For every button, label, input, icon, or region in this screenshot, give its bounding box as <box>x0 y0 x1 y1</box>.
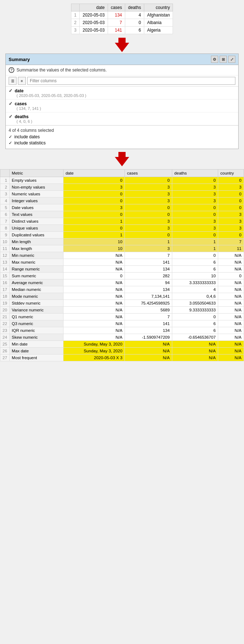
cell-date: 0 <box>63 177 125 184</box>
cell-country: N/A <box>218 279 244 286</box>
cell-deaths: 4 <box>125 11 144 19</box>
footer-checkbox-item[interactable]: ✓ include statistics <box>9 140 235 145</box>
cell-cases: 94 <box>125 279 172 286</box>
cell-deaths: N/A <box>172 341 218 348</box>
cell-cases: 141 <box>125 259 172 266</box>
table-row: 17 Median numeric N/A 134 4 N/A <box>0 286 244 293</box>
metric-cell: Range numeric <box>9 266 63 273</box>
column-label: cases <box>15 101 27 106</box>
metric-cell: Q3 numeric <box>9 320 63 327</box>
cell-deaths: 4 <box>172 286 218 293</box>
cell-date: 10 <box>63 238 125 245</box>
cell-country: 0 <box>218 198 244 204</box>
table-row: 14 Range numeric N/A 134 6 N/A <box>0 266 244 273</box>
row-num: 26 <box>0 348 10 355</box>
cell-date: 0 <box>63 225 125 232</box>
footer-checkbox-item[interactable]: ✓ include dates <box>9 134 235 139</box>
result-col-header-country: country <box>218 170 244 177</box>
summary-columns-list: ✓ date ( 2020-05-03, 2020-05-03, 2020-05… <box>6 87 238 126</box>
row-num: 9 <box>0 232 10 238</box>
cell-date: N/A <box>63 314 125 320</box>
cell-deaths: 3 <box>172 198 218 204</box>
metric-cell: Non-empty values <box>9 184 63 191</box>
table-row: 19 Stddev numeric N/A 75.4254598925 3.05… <box>0 300 244 307</box>
cell-date: N/A <box>63 293 125 300</box>
cell-cases: 3 <box>125 225 172 232</box>
cell-country: N/A <box>218 286 244 293</box>
row-num: 2 <box>71 19 80 27</box>
table-row: 3 2020-05-03 141 6 Algeria <box>71 27 173 34</box>
row-num: 15 <box>0 273 10 279</box>
cell-deaths: N/A <box>172 355 218 361</box>
row-num: 23 <box>0 327 10 334</box>
table-row: 25 Min date Sunday, May 3, 2020 N/A N/A … <box>0 341 244 348</box>
cell-deaths: 0 <box>172 252 218 259</box>
row-num: 19 <box>0 300 10 307</box>
metric-cell: Stddev numeric <box>9 300 63 307</box>
deselect-btn[interactable]: ≡ <box>18 77 26 85</box>
info-icon: ? <box>9 67 14 73</box>
cell-country: 3 <box>218 211 244 218</box>
filter-columns-input[interactable] <box>27 77 235 85</box>
summary-description: ? Summarise the values of the selected c… <box>6 65 238 75</box>
cell-cases: 75.4254598925 <box>125 300 172 307</box>
cell-country: 0 <box>218 177 244 184</box>
check-icon: ✓ <box>9 140 12 145</box>
cell-deaths: 3 <box>172 184 218 191</box>
table-row: 5 Date values 3 0 0 0 <box>0 204 244 211</box>
metric-cell: Most frequent <box>9 355 63 361</box>
cell-cases: 3 <box>125 184 172 191</box>
cell-date: Sunday, May 3, 2020 <box>63 341 125 348</box>
summary-toolbar: ☰ ≡ <box>6 75 238 87</box>
expand-icon[interactable]: ⤢ <box>228 56 235 63</box>
column-name: ✓ cases <box>9 101 235 106</box>
cell-cases: 7 <box>108 19 125 27</box>
cell-deaths: 1 <box>172 238 218 245</box>
table-row: 11 Max length 10 3 1 11 <box>0 245 244 252</box>
table-row: 26 Max date Sunday, May 3, 2020 N/A N/A … <box>0 348 244 355</box>
row-num: 4 <box>0 198 10 204</box>
col-header-rownum <box>71 4 80 11</box>
list-item[interactable]: ✓ cases ( 134, 7, 141 ) <box>6 99 238 112</box>
metric-cell: Median numeric <box>9 286 63 293</box>
list-item[interactable]: ✓ deaths ( 4, 0, 6 ) <box>6 112 238 125</box>
cell-country: 3 <box>218 225 244 232</box>
cell-date: N/A <box>63 334 125 341</box>
results-table-container: Metric date cases deaths country 1 Empty… <box>0 169 244 361</box>
col-header-cases: cases <box>108 4 125 11</box>
cell-cases: 141 <box>125 320 172 327</box>
cell-date: 3 <box>63 184 125 191</box>
cell-country: N/A <box>218 334 244 341</box>
row-num: 1 <box>71 11 80 19</box>
cell-date: 2020-05-03 <box>80 19 108 27</box>
cell-deaths: 6 <box>125 27 144 34</box>
row-num: 3 <box>71 27 80 34</box>
cell-date: 0 <box>63 191 125 198</box>
cell-deaths: 0 <box>172 232 218 238</box>
gear-icon[interactable]: ⚙ <box>211 56 218 63</box>
cell-cases: 134 <box>125 286 172 293</box>
row-num: 12 <box>0 252 10 259</box>
column-values: ( 134, 7, 141 ) <box>9 106 235 111</box>
cell-deaths: 0 <box>172 211 218 218</box>
list-item[interactable]: ✓ date ( 2020-05-03, 2020-05-03, 2020-05… <box>6 87 238 99</box>
metric-cell: Duplicated values <box>9 232 63 238</box>
grid-icon[interactable]: ⊞ <box>220 56 227 63</box>
table-row: 3 Numeric values 0 3 3 0 <box>0 191 244 198</box>
select-all-btn[interactable]: ☰ <box>9 77 17 85</box>
result-col-header-deaths: deaths <box>172 170 218 177</box>
cell-cases: 3 <box>125 198 172 204</box>
checkbox-label: include statistics <box>14 140 46 145</box>
row-num: 5 <box>0 204 10 211</box>
row-num: 7 <box>0 218 10 225</box>
table-row: 22 Q3 numeric N/A 141 6 N/A <box>0 320 244 327</box>
cell-date: N/A <box>63 327 125 334</box>
cell-country: N/A <box>218 348 244 355</box>
column-label: date <box>15 88 24 93</box>
metric-cell: Text values <box>9 211 63 218</box>
arrow-down-2 <box>0 150 244 168</box>
cell-cases: 141 <box>108 27 125 34</box>
cell-cases: -1.5909747209 <box>125 334 172 341</box>
column-name: ✓ deaths <box>9 114 235 119</box>
cell-date: 0 <box>63 198 125 204</box>
